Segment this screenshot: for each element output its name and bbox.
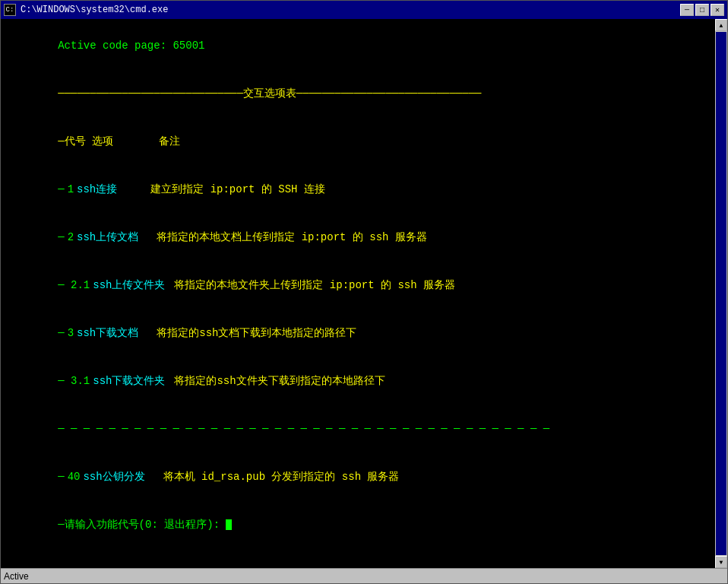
header-row: ─代号选项备注 [7, 118, 712, 166]
status-text: Active [4, 571, 29, 582]
title-bar: C: C:\WINDOWS\system32\cmd.exe ─ □ ✕ [1, 1, 727, 19]
menu-item-3: ─3ssh下载文档将指定的ssh文档下载到本地指定的路径下 [7, 309, 712, 357]
title-bar-left: C: C:\WINDOWS\system32\cmd.exe [4, 4, 168, 16]
menu-item-2-1: ─ 2.1ssh上传文件夹将指定的本地文件夹上传到指定 ip:port 的 ss… [7, 262, 712, 309]
active-code-line: Active code page: 65001 [7, 22, 712, 70]
menu-item-2: ─2ssh上传文档将指定的本地文档上传到指定 ip:port 的 ssh 服务器 [7, 214, 712, 262]
title-bar-controls: ─ □ ✕ [680, 4, 724, 16]
separator-line: ─ ─ ─ ─ ─ ─ ─ ─ ─ ─ ─ ─ ─ ─ ─ ─ ─ ─ ─ ─ … [7, 405, 712, 453]
minimize-button[interactable]: ─ [680, 4, 694, 16]
prompt-line: ─请输入功能代号(0: 退出程序): [7, 501, 712, 549]
cursor [226, 519, 232, 530]
menu-item-40: ─40ssh公钥分发将本机 id_rsa.pub 分发到指定的 ssh 服务器 [7, 453, 712, 501]
window: C: C:\WINDOWS\system32\cmd.exe ─ □ ✕ Act… [0, 0, 728, 584]
terminal[interactable]: Active code page: 65001 ────────────────… [1, 19, 727, 568]
menu-header-line: ─────────────────────────────交互选项表──────… [7, 70, 712, 118]
status-bar: Active [1, 568, 727, 583]
scrollbar[interactable]: ▲ ▼ [715, 19, 727, 568]
menu-item-3-1: ─ 3.1ssh下载文件夹将指定的ssh文件夹下载到指定的本地路径下 [7, 357, 712, 405]
close-button[interactable]: ✕ [711, 4, 724, 16]
window-icon: C: [4, 4, 16, 16]
scroll-down-button[interactable]: ▼ [715, 556, 727, 568]
scroll-up-button[interactable]: ▲ [715, 19, 727, 31]
maximize-button[interactable]: □ [695, 4, 709, 16]
window-title: C:\WINDOWS\system32\cmd.exe [21, 5, 168, 15]
menu-item-1: ─1ssh连接建立到指定 ip:port 的 SSH 连接 [7, 166, 712, 214]
